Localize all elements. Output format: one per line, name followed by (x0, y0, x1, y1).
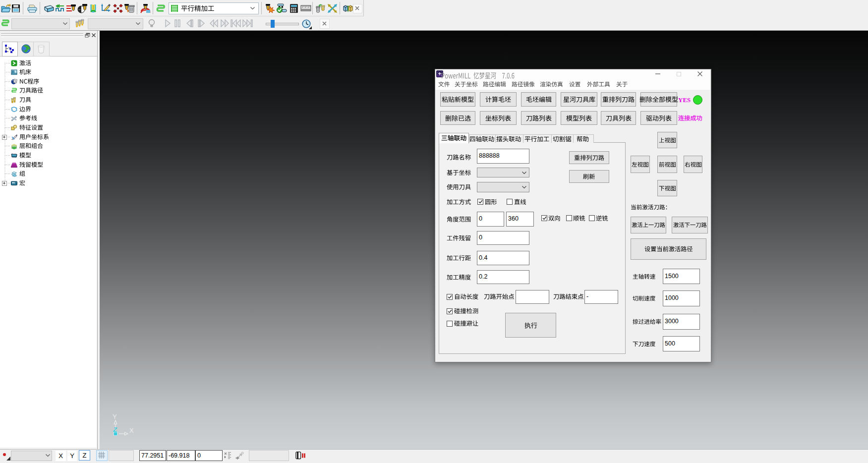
svg-text:Y: Y (113, 413, 117, 420)
svg-text:X: X (129, 427, 134, 434)
